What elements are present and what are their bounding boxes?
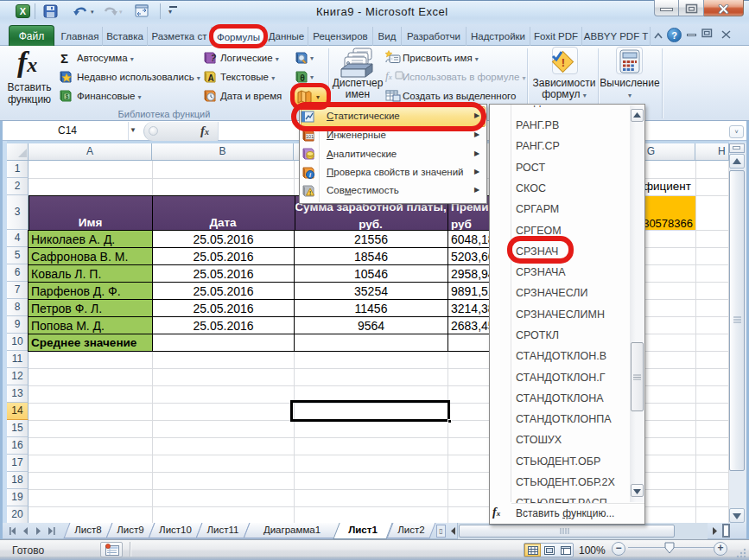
svg-text:101: 101 <box>306 134 314 139</box>
svg-text:!: ! <box>309 190 311 196</box>
